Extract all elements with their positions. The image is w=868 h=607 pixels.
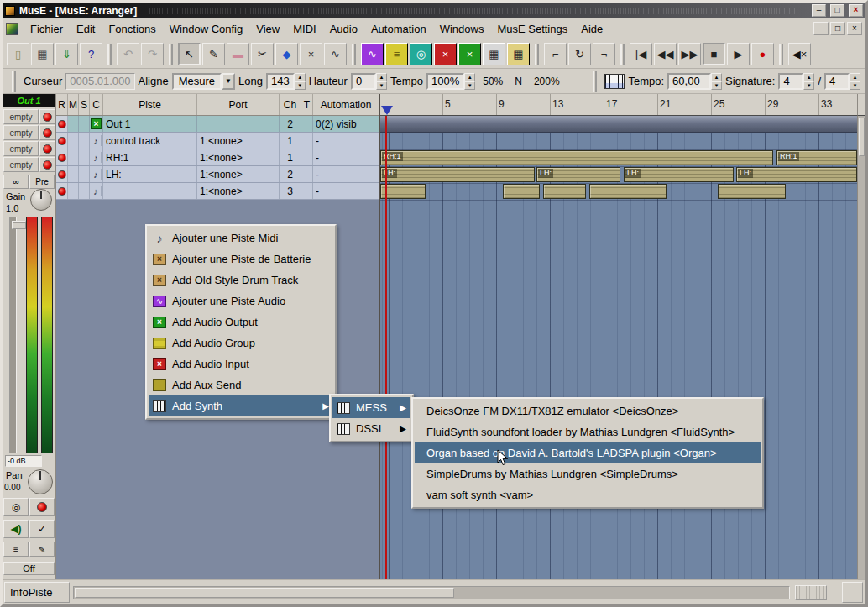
add-aux-send-button[interactable]: ◎ — [410, 43, 432, 65]
midi-part[interactable]: LH: — [624, 167, 734, 182]
midi-part[interactable] — [543, 184, 586, 199]
record-arm-cell[interactable] — [56, 183, 68, 199]
db-readout[interactable]: -0 dB — [5, 455, 42, 467]
zoom-in-button[interactable]: 200% — [530, 73, 564, 90]
track-name-cell[interactable] — [103, 183, 197, 199]
timelock-cell[interactable] — [301, 133, 313, 149]
automation-cell[interactable]: - — [313, 133, 379, 149]
mdi-restore-button[interactable]: □ — [830, 22, 845, 35]
timelock-cell[interactable] — [301, 166, 313, 182]
menu-item-fluidsynth[interactable]: FluidSynth soundfont loader by Mathias L… — [415, 421, 761, 442]
menubar-item[interactable]: Edit — [70, 21, 102, 37]
maximize-button[interactable]: □ — [830, 4, 844, 17]
midi-part[interactable] — [589, 184, 667, 199]
pan-knob[interactable] — [28, 469, 53, 494]
port-cell[interactable]: 1:<none> — [197, 133, 280, 149]
forward-button[interactable]: ▶▶ — [678, 43, 701, 65]
horizontal-scrollbar-thumb[interactable] — [75, 588, 454, 598]
audio-mute-button[interactable]: ◀× — [788, 43, 811, 65]
menu-item-dssi[interactable]: DSSI ▶ — [332, 418, 410, 439]
toolbar-handle[interactable] — [12, 71, 16, 92]
RH:1[interactable]: RH:1 1:<none> 1 - — [56, 149, 379, 166]
horizontal-scrollbar[interactable] — [73, 586, 790, 599]
mute-cell[interactable] — [68, 133, 79, 149]
midi-part[interactable] — [503, 184, 540, 199]
slot-toggle-button[interactable] — [39, 141, 55, 156]
effect-slot-button[interactable]: empty — [3, 109, 39, 124]
channel-cell[interactable]: 2 — [280, 166, 301, 182]
track-name-cell[interactable]: Out 1 — [103, 116, 197, 132]
effect-slot-button[interactable]: empty — [3, 125, 39, 140]
menubar-item[interactable]: View — [249, 21, 286, 37]
save-button[interactable]: ⇓ — [55, 43, 78, 65]
solo-cell[interactable] — [79, 133, 90, 149]
track-name-cell[interactable]: control track — [103, 133, 197, 149]
midi-part[interactable]: LH: — [536, 167, 620, 182]
toolbar-handle[interactable] — [535, 44, 539, 65]
midi-part[interactable]: LH: — [380, 167, 535, 182]
automation-cell[interactable]: - — [313, 183, 379, 199]
channel-cell[interactable]: 2 — [280, 116, 301, 132]
vertical-scrollbar[interactable] — [857, 116, 865, 579]
config-button[interactable]: ≡ — [3, 542, 29, 557]
track-name-cell[interactable]: RH:1 — [103, 149, 197, 165]
undo-button[interactable]: ↶ — [117, 43, 139, 65]
arranger-canvas[interactable]: RH:1RH:1 LH:LH:LH:LH: — [380, 116, 857, 579]
mdi-minimize-button[interactable]: – — [813, 22, 829, 35]
loop-button[interactable]: ↻ — [568, 43, 591, 65]
eraser-tool-button[interactable]: ▬ — [227, 43, 249, 65]
solo-cell[interactable] — [79, 166, 90, 182]
effect-slot-button[interactable]: empty — [3, 141, 39, 156]
pitch-spinbox[interactable]: 0 ▴▾ — [351, 73, 387, 90]
close-button[interactable]: × — [849, 4, 863, 17]
zoom-slider[interactable] — [795, 585, 827, 600]
menu-item-vam[interactable]: vam soft synth <vam> — [415, 484, 761, 505]
output-track-lane[interactable] — [380, 116, 857, 133]
glue-tool-button[interactable]: ◆ — [275, 43, 298, 65]
record-button[interactable]: ● — [751, 43, 774, 65]
menubar-item[interactable]: Window Config — [163, 21, 249, 37]
port-cell[interactable] — [197, 116, 280, 132]
menubar-item[interactable]: MIDI — [286, 21, 322, 37]
add-audio-output-button[interactable]: × — [458, 43, 481, 65]
port-cell[interactable]: 1:<none> — [197, 166, 280, 182]
menu-item-add-old-drum-track[interactable]: Add Old Style Drum Track — [149, 269, 333, 290]
menu-item-simpledrums[interactable]: SimpleDrums by Mathias Lundgren <SimpleD… — [415, 463, 761, 484]
redo-button[interactable]: ↷ — [141, 43, 164, 65]
draw-tool-button[interactable]: ∿ — [324, 43, 347, 65]
new-file-button[interactable]: ▯ — [7, 43, 29, 65]
timeline-ruler[interactable]: 59131721252933 — [380, 94, 857, 116]
vertical-scrollbar-thumb[interactable] — [859, 118, 865, 156]
menubar-item[interactable]: Automation — [364, 21, 433, 37]
automation-cell[interactable]: 0(2) visib — [313, 116, 379, 132]
toolbar-handle[interactable] — [169, 44, 173, 65]
automation-config-button[interactable]: ✎ — [29, 542, 55, 557]
record-arm-button[interactable] — [29, 498, 55, 516]
signature-numerator-spinbox[interactable]: 4 ▴▾ — [778, 73, 814, 90]
track-row[interactable]: 1:<none> 3 - — [56, 183, 379, 200]
mute-cell[interactable] — [68, 116, 79, 132]
pre-fader-button[interactable]: Pre — [29, 175, 55, 189]
menu-item-add-audio-output[interactable]: Add Audio Output — [149, 311, 333, 332]
pointer-tool-button[interactable]: ↖ — [178, 43, 201, 65]
toolbar-handle[interactable] — [779, 44, 783, 65]
menubar-item[interactable]: MusE Settings — [490, 21, 574, 37]
resize-grip[interactable] — [842, 582, 863, 603]
LH:[interactable]: LH: 1:<none> 2 - — [56, 166, 379, 183]
menu-item-add-audio-track[interactable]: Ajouter une Piste Audio — [149, 290, 333, 311]
menubar-item[interactable]: Fonctions — [102, 21, 162, 37]
midi-part[interactable] — [380, 184, 426, 199]
toolbar-handle[interactable] — [620, 44, 625, 65]
mdi-close-button[interactable]: × — [847, 22, 862, 35]
tempo-spinbox[interactable]: 60,00 ▴▾ — [667, 73, 722, 90]
toolbar-handle[interactable] — [352, 44, 356, 65]
snap-combo[interactable]: Mesure ▼ — [172, 73, 235, 90]
toolbar-handle[interactable] — [593, 71, 597, 92]
minimize-button[interactable]: – — [812, 4, 826, 17]
timelock-cell[interactable] — [301, 183, 313, 199]
record-arm-cell[interactable] — [56, 149, 68, 165]
automation-cell[interactable]: - — [313, 166, 379, 182]
add-synth-button[interactable]: ▦ — [483, 43, 505, 65]
add-audio-input-button[interactable]: × — [434, 43, 457, 65]
effect-slot-button[interactable]: empty — [3, 157, 39, 172]
